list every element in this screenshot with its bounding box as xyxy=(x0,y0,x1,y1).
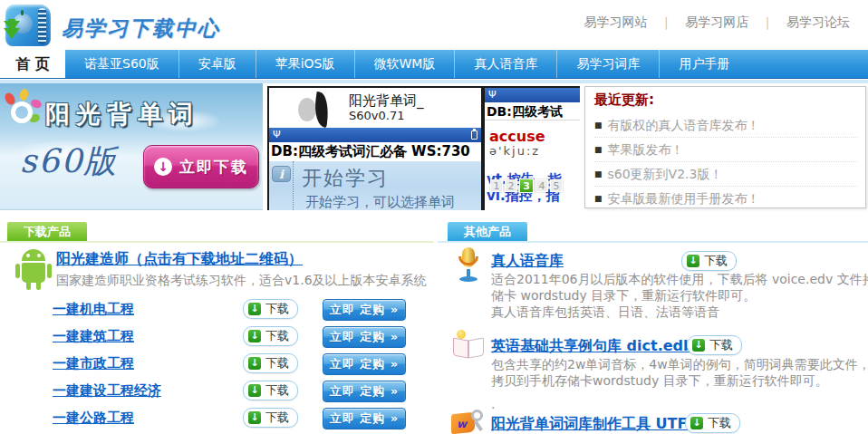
product-link-builder[interactable]: 阳光建造师（点击有下载地址二维码） xyxy=(56,250,303,269)
download-button[interactable]: ↓下载 xyxy=(243,326,298,346)
download-row: 一建机电工程 ↓下载 立即 定购 » xyxy=(0,299,434,321)
nav-item-wm[interactable]: 微软WM版 xyxy=(354,50,455,78)
menu-item-title: 开始学习 xyxy=(302,165,389,192)
menu-icon-column: i xyxy=(269,161,294,210)
download-row: 一建市政工程 ↓下载 立即 定购 » xyxy=(0,353,434,375)
order-button[interactable]: 立即 定购 » xyxy=(323,326,406,348)
sentence-desc-line: 拷贝到手机存储卡wordstudy 目录下，重新运行软件即可。 xyxy=(491,373,828,390)
nav-item-ios[interactable]: 苹果iOS版 xyxy=(256,50,354,78)
link-jidian[interactable]: 一建机电工程 xyxy=(53,301,134,318)
header-links: 易学习网站｜易学习网店｜易学习论坛 xyxy=(579,14,855,31)
download-icon: ↓ xyxy=(248,330,261,342)
download-circle-icon: ↓ xyxy=(154,158,172,176)
voice-desc-line: 适合2011年06月以后版本的软件使用，下载后将 voice.edv 文件拷 xyxy=(491,272,868,288)
pager-2[interactable]: 2 xyxy=(505,179,517,192)
link-separator: ｜ xyxy=(761,14,774,29)
link-sentence-library[interactable]: 英语基础共享例句库 dict.edb xyxy=(491,337,693,356)
download-icon: ↓ xyxy=(687,255,699,267)
update-item[interactable]: ■有版权的真人语音库发布！ xyxy=(594,113,857,138)
download-button[interactable]: ↓下载 xyxy=(681,251,737,271)
backpack-icon xyxy=(5,5,51,46)
pager-5[interactable]: 5 xyxy=(550,179,563,192)
voice-desc-line: 真人语音库包括英语、日语、法语等语音 xyxy=(491,304,719,321)
nav-item-home[interactable]: 首 页 xyxy=(0,50,65,78)
nav-item-android[interactable]: 安卓版 xyxy=(178,50,256,78)
update-item[interactable]: ■安卓版最新使用手册发布！ xyxy=(594,187,857,211)
link-jingji[interactable]: 一建建设工程经济 xyxy=(53,382,161,400)
link-dict-maker[interactable]: 阳光背单词词库制作工具 UTF8 xyxy=(491,415,698,434)
downloads-underline xyxy=(0,241,434,243)
bullet-icon: ■ xyxy=(594,169,603,178)
nav-item-manual[interactable]: 用户手册 xyxy=(659,50,748,78)
sentence-desc-line: . xyxy=(491,397,495,411)
link-gonglu[interactable]: 一建公路工程 xyxy=(53,410,134,427)
status-bar: Ψ xyxy=(485,88,580,102)
order-button[interactable]: 立即 定购 » xyxy=(323,299,406,321)
download-icon: ↓ xyxy=(692,339,705,352)
download-label: 下载 xyxy=(709,337,733,353)
nav-item-s60[interactable]: 诺基亚S60版 xyxy=(65,50,178,78)
download-label: 下载 xyxy=(265,382,289,399)
download-icon: ↓ xyxy=(248,411,261,424)
order-arrow-icon: » xyxy=(391,303,399,316)
product-description: 国家建造师职业资格考试练习软件，适合v1.6及以上版本安卓系统 xyxy=(56,273,427,289)
download-button[interactable]: ↓下载 xyxy=(243,299,298,319)
order-arrow-icon: » xyxy=(391,384,399,398)
link-voice-library[interactable]: 真人语音库 xyxy=(491,252,564,271)
book-icon xyxy=(451,332,486,361)
order-arrow-icon: » xyxy=(391,411,399,425)
link-shizheng[interactable]: 一建市政工程 xyxy=(53,355,134,372)
download-button[interactable]: ↓下载 xyxy=(243,353,298,373)
pager-3-active[interactable]: 3 xyxy=(519,178,534,193)
link-website[interactable]: 易学习网站 xyxy=(584,14,648,29)
download-row: 一建建筑工程 ↓下载 立即 定购 » xyxy=(0,326,434,348)
status-bar: Ψ xyxy=(269,128,481,142)
promo-banner: 阳光背单词 s60版 ↓ 立即下载 xyxy=(0,83,263,210)
app-header: 阳光背单词_ S60v0.71 xyxy=(269,88,481,128)
app-logo-icon xyxy=(293,92,343,125)
download-row: 一建建设工程经济 ↓下载 立即 定购 » xyxy=(0,381,434,402)
tab-download-products[interactable]: 下载产品 xyxy=(7,222,87,241)
download-button[interactable]: ↓下载 xyxy=(243,408,298,428)
order-button[interactable]: 立即 定购 » xyxy=(323,381,406,402)
app-version: S60v0.71 xyxy=(349,109,404,122)
voice-desc-line: 储卡 wordstudy 目录下，重新运行软件即可。 xyxy=(491,288,756,304)
download-button[interactable]: ↓下载 xyxy=(243,381,298,400)
page: 易学习下载中心 易学习网站｜易学习网店｜易学习论坛 首 页 诺基亚S60版 安卓… xyxy=(0,0,868,434)
nav-item-voice[interactable]: 真人语音库 xyxy=(454,50,556,78)
android-icon xyxy=(13,247,54,291)
site-logo[interactable]: 易学习下载中心 xyxy=(5,3,295,48)
pager-1[interactable]: 1 xyxy=(490,179,503,192)
microphone-icon xyxy=(455,247,482,284)
app-title: 阳光背单词_ xyxy=(349,92,424,110)
download-label: 下载 xyxy=(265,410,289,426)
link-forum[interactable]: 易学习论坛 xyxy=(786,14,850,29)
link-jianzhu[interactable]: 一建建筑工程 xyxy=(53,328,134,345)
banner-download-label: 立即下载 xyxy=(179,157,248,178)
download-label: 下载 xyxy=(704,253,728,269)
others-underline xyxy=(438,241,868,243)
db-info-line: DB:四级考试 xyxy=(485,102,580,121)
download-label: 下载 xyxy=(265,328,289,344)
order-button[interactable]: 立即 定购 » xyxy=(323,408,406,429)
sun-logo-icon xyxy=(4,91,43,130)
order-label: 立即 定购 xyxy=(330,330,386,343)
link-store[interactable]: 易学习网店 xyxy=(685,14,748,29)
update-item[interactable]: ■苹果版发布！ xyxy=(594,138,857,162)
update-item[interactable]: ■s60更新到V2.3版！ xyxy=(594,162,857,187)
nav-item-dict[interactable]: 易学习词库 xyxy=(556,50,659,78)
antenna-icon: Ψ xyxy=(273,128,281,141)
dictionary-word: accuse xyxy=(489,128,545,145)
tab-other-products[interactable]: 其他产品 xyxy=(448,222,527,241)
site-title: 易学习下载中心 xyxy=(62,14,220,43)
update-text: 苹果版发布！ xyxy=(608,142,684,157)
phonetic: ə'kju:z xyxy=(489,144,540,158)
recent-updates-box: 最近更新: ■有版权的真人语音库发布！ ■苹果版发布！ ■s60更新到V2.3版… xyxy=(584,86,866,208)
order-button[interactable]: 立即 定购 » xyxy=(323,353,406,375)
update-text: 安卓版最新使用手册发布！ xyxy=(608,191,760,206)
download-button[interactable]: ↓下载 xyxy=(687,335,742,355)
banner-download-button[interactable]: ↓ 立即下载 xyxy=(143,145,259,188)
pager-4[interactable]: 4 xyxy=(535,179,548,192)
download-icon: ↓ xyxy=(690,417,703,429)
download-button[interactable]: ↓下载 xyxy=(685,413,740,433)
